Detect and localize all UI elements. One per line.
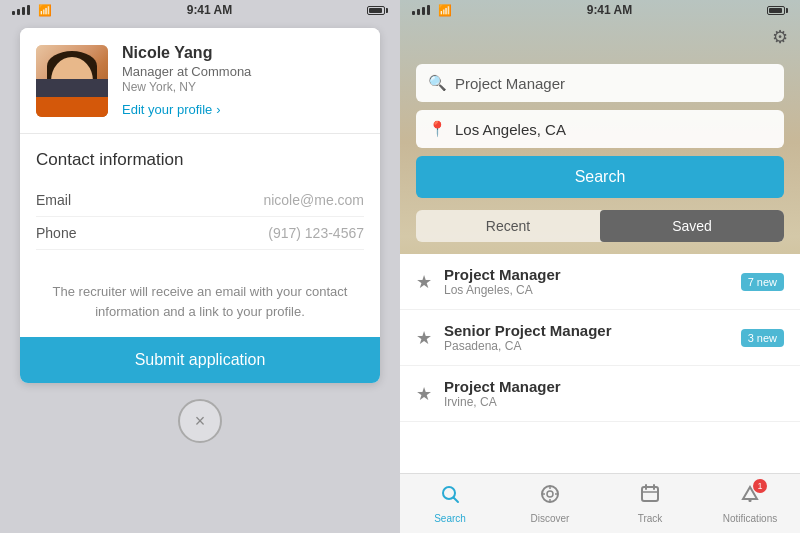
left-panel: 📶 9:41 AM Nicole Yang Mana — [0, 0, 400, 533]
profile-info: Nicole Yang Manager at Commona New York,… — [122, 44, 364, 117]
result-info: Senior Project Manager Pasadena, CA — [444, 322, 729, 353]
location-input-row: 📍 — [416, 110, 784, 148]
list-item[interactable]: ★ Project Manager Los Angeles, CA 7 new — [400, 254, 800, 310]
star-icon: ★ — [416, 327, 432, 349]
nav-item-discover[interactable]: Discover — [500, 483, 600, 524]
profile-name: Nicole Yang — [122, 44, 364, 62]
avatar — [36, 45, 108, 117]
track-nav-label: Track — [638, 513, 663, 524]
tab-saved[interactable]: Saved — [600, 210, 784, 242]
close-icon: × — [195, 411, 206, 432]
right-carrier: 📶 — [412, 4, 452, 17]
close-button-container: × — [178, 399, 222, 443]
notifications-nav-icon: 1 — [739, 483, 761, 510]
svg-line-1 — [454, 498, 459, 503]
notifications-badge: 1 — [753, 479, 767, 493]
submit-application-button[interactable]: Submit application — [20, 337, 380, 383]
right-battery — [767, 6, 788, 15]
left-time: 9:41 AM — [187, 3, 233, 17]
search-input[interactable] — [455, 75, 772, 92]
search-tabs: Recent Saved — [416, 210, 784, 242]
phone-row: Phone (917) 123-4567 — [36, 217, 364, 250]
email-row: Email nicole@me.com — [36, 184, 364, 217]
list-item[interactable]: ★ Project Manager Irvine, CA — [400, 366, 800, 422]
discover-nav-icon — [539, 483, 561, 510]
signal-dots — [12, 5, 30, 15]
right-status-bar: 📶 9:41 AM — [400, 0, 800, 20]
search-area: 🔍 📍 Search Recent Saved — [400, 20, 800, 254]
gear-icon-container[interactable]: ⚙ — [772, 26, 788, 48]
result-info: Project Manager Irvine, CA — [444, 378, 784, 409]
new-badge: 7 new — [741, 273, 784, 291]
result-title: Senior Project Manager — [444, 322, 729, 339]
phone-value: (917) 123-4567 — [268, 225, 364, 241]
search-icon: 🔍 — [428, 74, 447, 92]
email-value: nicole@me.com — [263, 192, 364, 208]
left-status-bar: 📶 9:41 AM — [0, 0, 400, 20]
edit-profile-link[interactable]: Edit your profile › — [122, 102, 364, 117]
results-list: ★ Project Manager Los Angeles, CA 7 new … — [400, 254, 800, 473]
track-nav-icon — [639, 483, 661, 510]
close-button[interactable]: × — [178, 399, 222, 443]
contact-section-title: Contact information — [36, 150, 364, 170]
edit-profile-label: Edit your profile — [122, 102, 212, 117]
svg-rect-8 — [642, 487, 658, 501]
star-icon: ★ — [416, 271, 432, 293]
wifi-icon: 📶 — [38, 4, 52, 17]
search-button[interactable]: Search — [416, 156, 784, 198]
gear-icon: ⚙ — [772, 27, 788, 47]
result-location: Los Angeles, CA — [444, 283, 729, 297]
result-location: Pasadena, CA — [444, 339, 729, 353]
result-info: Project Manager Los Angeles, CA — [444, 266, 729, 297]
profile-title: Manager at Commona — [122, 64, 364, 79]
profile-location: New York, NY — [122, 80, 364, 94]
result-title: Project Manager — [444, 266, 729, 283]
result-title: Project Manager — [444, 378, 784, 395]
discover-nav-label: Discover — [531, 513, 570, 524]
profile-section: Nicole Yang Manager at Commona New York,… — [20, 28, 380, 133]
bottom-nav: Search Discover — [400, 473, 800, 533]
right-panel: 📶 9:41 AM ⚙ 🔍 📍 Search Recent Saved ★ — [400, 0, 800, 533]
nav-item-notifications[interactable]: 1 Notifications — [700, 483, 800, 524]
edit-profile-arrow: › — [216, 102, 220, 117]
svg-rect-13 — [749, 499, 752, 502]
result-location: Irvine, CA — [444, 395, 784, 409]
left-card: Nicole Yang Manager at Commona New York,… — [20, 28, 380, 383]
search-input-row: 🔍 — [416, 64, 784, 102]
right-time: 9:41 AM — [587, 3, 633, 17]
svg-point-3 — [547, 491, 553, 497]
right-wifi-icon: 📶 — [438, 4, 452, 17]
recruiter-note: The recruiter will receive an email with… — [20, 266, 380, 337]
new-badge: 3 new — [741, 329, 784, 347]
nav-item-track[interactable]: Track — [600, 483, 700, 524]
search-nav-icon — [439, 483, 461, 510]
location-input[interactable] — [455, 121, 772, 138]
search-nav-label: Search — [434, 513, 466, 524]
nav-item-search[interactable]: Search — [400, 483, 500, 524]
left-battery — [367, 6, 388, 15]
tab-recent[interactable]: Recent — [416, 210, 600, 242]
phone-label: Phone — [36, 225, 76, 241]
contact-section: Contact information Email nicole@me.com … — [20, 133, 380, 266]
email-label: Email — [36, 192, 71, 208]
list-item[interactable]: ★ Senior Project Manager Pasadena, CA 3 … — [400, 310, 800, 366]
left-carrier: 📶 — [12, 4, 52, 17]
location-pin-icon: 📍 — [428, 120, 447, 138]
star-icon: ★ — [416, 383, 432, 405]
notifications-nav-label: Notifications — [723, 513, 777, 524]
